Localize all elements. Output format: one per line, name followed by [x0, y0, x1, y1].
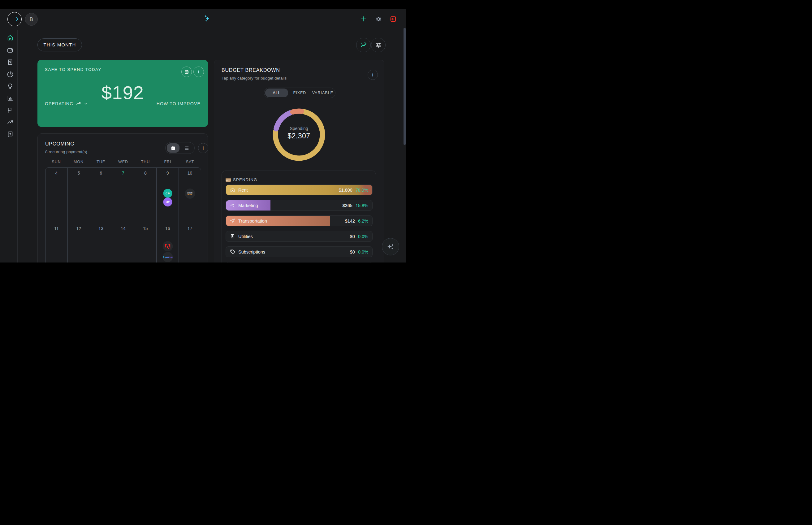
- receipt-icon: [7, 59, 14, 65]
- donut-segment-transportation[interactable]: [293, 111, 302, 112]
- list-view-button[interactable]: [181, 143, 194, 153]
- calendar-view-button[interactable]: [167, 143, 180, 153]
- avatar[interactable]: B: [25, 13, 38, 26]
- info-icon: i: [203, 146, 204, 151]
- scrollbar-thumb[interactable]: [403, 28, 406, 145]
- sidebar-item-transactions[interactable]: [6, 59, 14, 66]
- calendar-day-6[interactable]: 6: [90, 168, 112, 223]
- calendar-week-row: 4 5 6 7 8 9 CP UT 10 aws: [45, 168, 201, 223]
- calendar-day-17[interactable]: 17: [179, 223, 201, 262]
- payment-badge-aws[interactable]: aws: [185, 189, 195, 199]
- spending-donut-chart[interactable]: Spending $2,307: [268, 104, 330, 166]
- plus-icon: [360, 15, 367, 22]
- spending-row-subscriptions[interactable]: Subscriptions $00.0%: [226, 246, 372, 257]
- budget-breakdown-card: BUDGET BREAKDOWN Tap any category for bu…: [214, 60, 384, 262]
- calendar-day-9[interactable]: 9 CP UT: [157, 168, 179, 223]
- calendar-day-11[interactable]: 11: [45, 223, 68, 262]
- spending-row-marketing[interactable]: Marketing $36515.8%: [226, 200, 372, 211]
- payment-badge-ut[interactable]: UT: [163, 197, 172, 207]
- tab-variable[interactable]: VARIABLE: [311, 89, 334, 97]
- weekday-mon: MON: [67, 160, 90, 164]
- app-root: B: [0, 0, 406, 262]
- home-icon: [230, 187, 235, 193]
- payment-badge-adobe[interactable]: [163, 241, 173, 251]
- add-button[interactable]: [359, 15, 367, 23]
- safe-to-spend-card[interactable]: SAFE TO SPEND TODAY i $192 OPERATING HOW…: [37, 60, 208, 127]
- brand-moon-icon: [196, 12, 210, 26]
- receipt-icon: [230, 234, 235, 239]
- flag-icon: [7, 107, 14, 114]
- logout-button[interactable]: [389, 15, 397, 23]
- payment-badge-cp[interactable]: CP: [163, 189, 172, 198]
- budget-info-button[interactable]: i: [368, 70, 378, 80]
- calendar-day-7-today[interactable]: 7: [112, 168, 135, 223]
- tag-icon: [230, 249, 235, 254]
- bar-chart-icon: [7, 95, 14, 102]
- safe-to-spend-info-button[interactable]: i: [194, 66, 204, 77]
- exit-icon: [389, 15, 397, 22]
- budget-title: BUDGET BREAKDOWN: [221, 68, 280, 73]
- spending-rows: Rent $1,80078.0% Marketing $36515.8%: [226, 184, 372, 262]
- top-black-band: [0, 0, 406, 9]
- sidebar-item-guide[interactable]: [6, 131, 14, 138]
- calendar-icon: [170, 146, 176, 151]
- sidebar-item-home[interactable]: [6, 34, 14, 42]
- avatar-initial: B: [30, 16, 33, 22]
- sidebar-divider: [17, 30, 18, 262]
- chevron-down-icon: [84, 102, 88, 106]
- settings-button[interactable]: [374, 15, 382, 23]
- calendar-week-row: 11 12 13 14 15 16 Canva 17: [45, 223, 201, 262]
- calendar-day-16[interactable]: 16 Canva: [157, 223, 179, 262]
- calendar-day-10[interactable]: 10 aws: [179, 168, 201, 223]
- calendar-day-12[interactable]: 12: [68, 223, 90, 262]
- calendar-icon: [184, 69, 189, 74]
- calendar-toggle-button[interactable]: [181, 66, 192, 77]
- trending-up-icon: [7, 119, 14, 126]
- upcoming-calendar: 4 5 6 7 8 9 CP UT 10 aws: [45, 167, 201, 262]
- sidebar-item-budget[interactable]: [6, 71, 14, 78]
- weekday-header: SUN MON TUE WED THU FRI SAT: [45, 160, 201, 164]
- app-logo-button[interactable]: [7, 12, 22, 26]
- ai-assistant-button[interactable]: [382, 238, 399, 255]
- calendar-day-13[interactable]: 13: [90, 223, 112, 262]
- trending-up-icon: [76, 101, 81, 106]
- spending-row-rent[interactable]: Rent $1,80078.0%: [226, 184, 372, 195]
- period-selector[interactable]: THIS MONTH: [37, 39, 82, 51]
- tab-fixed[interactable]: FIXED: [288, 89, 311, 97]
- home-icon: [7, 34, 14, 41]
- sidebar-item-goals[interactable]: [6, 106, 14, 114]
- sparkle-trend-icon: [360, 42, 367, 49]
- calendar-day-14[interactable]: 14: [112, 223, 135, 262]
- sparkles-icon: [386, 242, 395, 251]
- how-to-improve-link[interactable]: HOW TO IMPROVE: [157, 101, 200, 106]
- account-selector[interactable]: OPERATING: [45, 101, 88, 106]
- weekday-sat: SAT: [179, 160, 201, 164]
- insights-chart-button[interactable]: [356, 38, 371, 52]
- weekday-wed: WED: [112, 160, 134, 164]
- donut-center: Spending $2,307: [268, 126, 330, 140]
- payment-badge-canva[interactable]: Canva: [163, 252, 173, 262]
- wallet-icon: [7, 47, 14, 54]
- calendar-day-15[interactable]: 15: [134, 223, 157, 262]
- calendar-day-8[interactable]: 8: [134, 168, 157, 223]
- sidebar-item-investments[interactable]: [6, 119, 14, 126]
- spending-row-partial[interactable]: [226, 262, 372, 262]
- weekday-thu: THU: [134, 160, 157, 164]
- gear-icon: [375, 16, 382, 22]
- spending-row-utilities[interactable]: Utilities $00.0%: [226, 231, 372, 242]
- navigation-icon: [230, 218, 235, 224]
- spending-row-transportation[interactable]: Transportation $1426.2%: [226, 215, 372, 226]
- calendar-day-5[interactable]: 5: [68, 168, 90, 223]
- info-icon: i: [198, 69, 199, 74]
- moon-sparkles-icon: [11, 15, 19, 24]
- calendar-day-4[interactable]: 4: [45, 168, 68, 223]
- sidebar-item-insights[interactable]: [6, 82, 14, 90]
- upcoming-subtitle: 8 recurring payment(s): [45, 150, 87, 154]
- sidebar-item-accounts[interactable]: [6, 46, 14, 54]
- filter-settings-button[interactable]: [371, 38, 386, 52]
- weekday-tue: TUE: [90, 160, 112, 164]
- tab-all[interactable]: ALL: [265, 89, 288, 97]
- safe-to-spend-title: SAFE TO SPEND TODAY: [45, 67, 102, 72]
- sidebar-item-reports[interactable]: [6, 94, 14, 102]
- upcoming-info-button[interactable]: i: [198, 143, 208, 153]
